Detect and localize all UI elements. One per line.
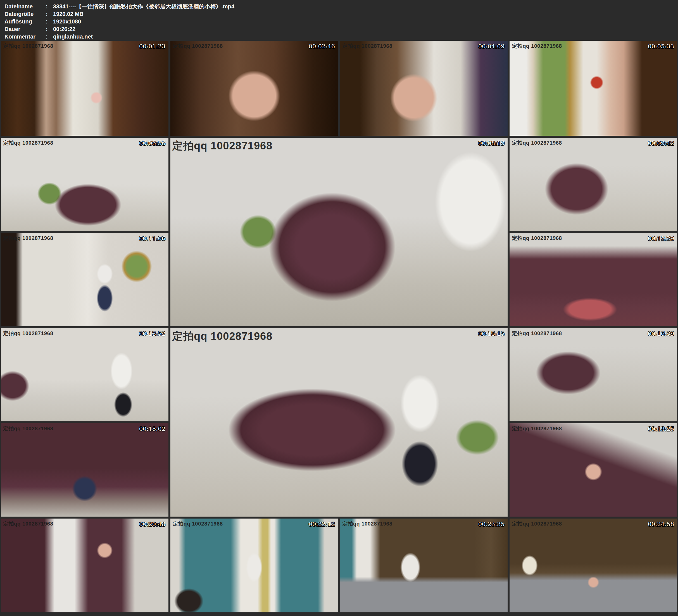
watermark-text: 定拍qq 1002871968 (512, 330, 562, 337)
watermark-text: 定拍qq 1002871968 (512, 425, 562, 432)
info-separator: : (46, 33, 53, 40)
video-thumbnail-12: 定拍qq 1002871968 00:16:39 (510, 328, 677, 421)
timestamp-overlay: 00:24:58 (648, 521, 674, 528)
info-row-duration: Dauer:00:26:22 (4, 26, 678, 33)
video-thumbnail-8: 定拍qq 1002871968 00:11:06 (1, 233, 168, 326)
info-separator: : (46, 26, 53, 33)
timestamp-overlay: 00:23:35 (478, 521, 504, 528)
watermark-text: 定拍qq 1002871968 (512, 235, 562, 242)
timestamp-overlay: 00:09:42 (648, 140, 674, 147)
watermark-text: 定拍qq 1002871968 (512, 42, 562, 50)
watermark-text: 定拍qq 1002871968 (173, 42, 223, 50)
video-thumbnail-2: 定拍qq 1002871968 00:02:46 (171, 41, 338, 136)
timestamp-overlay: 00:19:25 (648, 426, 674, 432)
timestamp-overlay: 00:01:23 (139, 43, 165, 50)
info-label: Dauer (4, 26, 46, 33)
watermark-text: 定拍qq 1002871968 (342, 42, 392, 50)
watermark-text: 定拍qq 1002871968 (3, 235, 53, 242)
info-value-resolution: 1920x1080 (53, 18, 81, 26)
file-info-header: Dateiname:33341----【一往情深】催眠私拍大作《被邻居大叔彻底洗… (0, 0, 678, 40)
timestamp-overlay: 00:18:02 (139, 426, 165, 432)
video-thumbnail-16: 定拍qq 1002871968 00:22:12 (171, 518, 338, 612)
watermark-text: 定拍qq 1002871968 (3, 139, 53, 147)
timestamp-overlay: 00:12:29 (648, 235, 674, 242)
video-thumbnail-14: 定拍qq 1002871968 00:19:25 (510, 423, 677, 516)
info-separator: : (46, 18, 53, 26)
video-thumbnail-3: 定拍qq 1002871968 00:04:09 (340, 41, 507, 136)
watermark-text: 定拍qq 1002871968 (342, 520, 392, 528)
video-thumbnail-11-large: 定拍qq 1002871968 00:15:15 (171, 328, 507, 516)
info-row-filesize: Dateigröße:1920.02 MB (4, 10, 678, 18)
info-row-resolution: Auflösung:1920x1080 (4, 18, 678, 26)
video-thumbnail-6-large: 定拍qq 1002871968 00:08:19 (171, 138, 507, 326)
video-thumbnail-13: 定拍qq 1002871968 00:18:02 (1, 423, 168, 516)
timestamp-overlay: 00:06:56 (139, 140, 165, 147)
watermark-text: 定拍qq 1002871968 (3, 425, 53, 432)
video-thumbnail-17: 定拍qq 1002871968 00:23:35 (340, 518, 507, 612)
watermark-text: 定拍qq 1002871968 (3, 330, 53, 337)
video-thumbnail-7: 定拍qq 1002871968 00:09:42 (510, 138, 677, 231)
info-row-comment: Kommentar:qinglanhua.net (4, 33, 678, 40)
timestamp-overlay: 00:11:06 (139, 235, 165, 242)
info-separator: : (46, 10, 53, 18)
info-value-filename: 33341----【一往情深】催眠私拍大作《被邻居大叔彻底洗脑的小梅》.mp4 (53, 3, 234, 10)
watermark-text: 定拍qq 1002871968 (3, 520, 53, 528)
timestamp-overlay: 00:16:39 (648, 330, 674, 337)
watermark-text: 定拍qq 1002871968 (512, 520, 562, 528)
video-thumbnail-18: 定拍qq 1002871968 00:24:58 (510, 518, 677, 612)
watermark-text: 定拍qq 1002871968 (172, 139, 272, 153)
video-thumbnail-10: 定拍qq 1002871968 00:13:52 (1, 328, 168, 421)
watermark-text: 定拍qq 1002871968 (3, 42, 53, 50)
video-thumbnail-9: 定拍qq 1002871968 00:12:29 (510, 233, 677, 326)
video-thumbnail-1: 定拍qq 1002871968 00:01:23 (1, 41, 168, 136)
video-thumbnail-5: 定拍qq 1002871968 00:06:56 (1, 138, 168, 231)
watermark-text: 定拍qq 1002871968 (173, 520, 223, 528)
info-label: Kommentar (4, 33, 46, 40)
video-thumbnail-15: 定拍qq 1002871968 00:20:48 (1, 518, 168, 612)
watermark-text: 定拍qq 1002871968 (172, 329, 272, 343)
info-label: Auflösung (4, 18, 46, 26)
timestamp-overlay: 00:22:12 (309, 521, 335, 528)
info-label: Dateiname (4, 3, 46, 10)
timestamp-overlay: 00:08:19 (478, 140, 504, 147)
info-value-filesize: 1920.02 MB (53, 10, 83, 18)
timestamp-overlay: 00:13:52 (139, 330, 165, 337)
media-info-contact-sheet: Dateiname:33341----【一往情深】催眠私拍大作《被邻居大叔彻底洗… (0, 0, 678, 616)
info-value-comment: qinglanhua.net (53, 33, 93, 40)
timestamp-overlay: 00:15:15 (478, 330, 504, 337)
info-label: Dateigröße (4, 10, 46, 18)
info-row-filename: Dateiname:33341----【一往情深】催眠私拍大作《被邻居大叔彻底洗… (4, 3, 678, 10)
timestamp-overlay: 00:05:33 (648, 43, 674, 50)
timestamp-overlay: 00:04:09 (478, 43, 504, 50)
info-separator: : (46, 3, 53, 10)
video-thumbnail-4: 定拍qq 1002871968 00:05:33 (510, 41, 677, 136)
thumbnail-grid: 定拍qq 1002871968 00:01:23 定拍qq 1002871968… (0, 40, 678, 613)
watermark-text: 定拍qq 1002871968 (512, 139, 562, 147)
timestamp-overlay: 00:02:46 (309, 43, 335, 50)
info-value-duration: 00:26:22 (53, 26, 75, 33)
timestamp-overlay: 00:20:48 (139, 521, 165, 528)
